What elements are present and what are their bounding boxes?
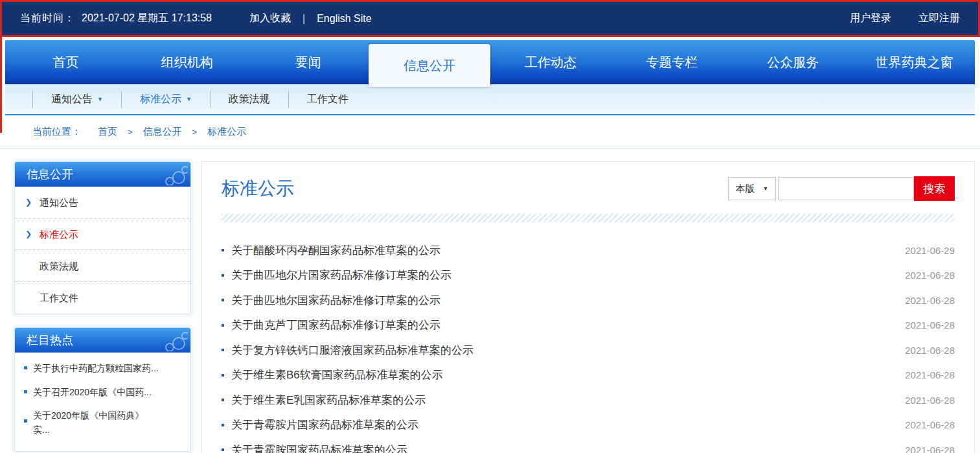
bullet-square-icon [222, 448, 224, 451]
sidebar-section-info-disclosure: 信息公开 ❯ 通知公告 ❯ 标准公示 政策法规 [14, 161, 191, 314]
search-bar: 本版 ▼ 搜索 [728, 176, 955, 201]
add-favorites-link[interactable]: 加入收藏 [249, 12, 291, 25]
list-item: 关于曲克芦丁国家药品标准修订草案的公示 2021-06-28 [222, 313, 955, 338]
announcement-date: 2021-06-28 [905, 395, 955, 406]
list-item: 关于曲匹地尔片国家药品标准修订草案的公示 2021-06-28 [222, 263, 955, 288]
nav-item-info-disclosure[interactable]: 信息公开 [369, 44, 490, 87]
subnav-item-work-documents[interactable]: 工作文件 [288, 91, 367, 108]
bullet-square-icon [222, 399, 224, 401]
arrow-right-icon: ❯ [25, 187, 32, 218]
chevron-down-icon: ▼ [186, 96, 192, 102]
main-nav: 首页 组织机构 要闻 信息公开 工作动态 专题专栏 公众服务 世界药典之窗 [5, 40, 975, 84]
hot-topic-item[interactable]: 关于召开2020年版《中国药... [24, 386, 181, 400]
top-utility-bar: 当前时间： 2021-07-02 星期五 17:13:58 加入收藏 | Eng… [0, 0, 980, 37]
content-area: 信息公开 ❯ 通知公告 ❯ 标准公示 政策法规 [0, 149, 980, 453]
breadcrumb-standards-publicity[interactable]: 标准公示 [207, 126, 246, 138]
sidebar-section-title-text: 栏目热点 [27, 334, 73, 347]
hatched-divider [222, 214, 955, 222]
list-item: 关于青霉胺国家药品标准草案的公示 2021-06-28 [222, 437, 955, 453]
announcement-link[interactable]: 关于青霉胺国家药品标准草案的公示 [231, 443, 892, 453]
announcement-link[interactable]: 关于曲匹地尔片国家药品标准修订草案的公示 [231, 268, 892, 283]
bullet-square-icon [222, 299, 224, 301]
sidebar-item-label: 工作文件 [40, 292, 78, 303]
search-input[interactable] [778, 177, 914, 200]
sidebar-section-title: 信息公开 [15, 162, 190, 187]
bullet-square-icon [222, 249, 224, 251]
list-item: 关于复方锌铁钙口服溶液国家药品标准草案的公示 2021-06-28 [222, 338, 955, 363]
bullet-square-icon [24, 419, 27, 423]
hot-topic-item[interactable]: 关于2020年版《中国药典》实... [24, 409, 181, 437]
hot-topic-text: 关于2020年版《中国药典》实... [33, 409, 157, 437]
subnav-label: 工作文件 [307, 93, 348, 106]
announcement-link[interactable]: 关于复方锌铁钙口服溶液国家药品标准草案的公示 [231, 343, 892, 358]
hot-topic-text: 关于执行中药配方颗粒国家药... [33, 362, 159, 376]
cloud-decoration-icon [150, 329, 188, 351]
arrow-right-icon: ❯ [25, 218, 32, 250]
main-panel: 标准公示 本版 ▼ 搜索 关于醋酸环丙孕酮国家药品标准草案的公示 2021-06… [201, 161, 975, 453]
subnav-label: 标准公示 [140, 93, 181, 106]
search-button[interactable]: 搜索 [914, 176, 955, 201]
announcement-date: 2021-06-29 [905, 245, 955, 256]
list-item: 关于醋酸环丙孕酮国家药品标准草案的公示 2021-06-29 [222, 238, 955, 263]
english-site-link[interactable]: English Site [317, 13, 372, 25]
sidebar-section-title: 栏目热点 [15, 328, 190, 353]
cloud-decoration-icon [150, 163, 188, 185]
sidebar: 信息公开 ❯ 通知公告 ❯ 标准公示 政策法规 [14, 161, 191, 453]
announcement-date: 2021-06-28 [905, 319, 955, 331]
list-item: 关于青霉胺片国家药品标准草案的公示 2021-06-28 [222, 413, 955, 438]
bullet-square-icon [222, 349, 224, 351]
bullet-square-icon [222, 324, 224, 327]
search-scope-value: 本版 [736, 183, 755, 195]
hot-topic-text: 关于召开2020年版《中国药... [33, 386, 152, 400]
subnav-item-standards-publicity[interactable]: 标准公示 ▼ [121, 91, 210, 108]
announcement-link[interactable]: 关于青霉胺片国家药品标准草案的公示 [231, 417, 892, 432]
breadcrumb-info-disclosure[interactable]: 信息公开 [143, 126, 182, 138]
announcement-link[interactable]: 关于曲匹地尔国家药品标准修订草案的公示 [231, 293, 892, 308]
announcement-date: 2021-06-28 [905, 445, 955, 453]
hot-topic-item[interactable]: 关于执行中药配方颗粒国家药... [24, 362, 181, 376]
breadcrumb-separator: > [192, 127, 198, 137]
subnav-item-policies[interactable]: 政策法规 [210, 91, 288, 108]
topbar-divider: | [302, 13, 305, 25]
user-login-link[interactable]: 用户登录 [850, 12, 891, 25]
current-time-value: 2021-07-02 星期五 17:13:58 [82, 12, 212, 25]
announcement-link[interactable]: 关于醋酸环丙孕酮国家药品标准草案的公示 [231, 243, 892, 258]
nav-item-world-pharmacopoeia[interactable]: 世界药典之窗 [854, 40, 975, 84]
nav-item-home[interactable]: 首页 [5, 40, 126, 84]
nav-item-organization[interactable]: 组织机构 [126, 40, 247, 84]
chevron-down-icon: ▼ [763, 185, 769, 192]
nav-item-work-updates[interactable]: 工作动态 [490, 40, 611, 84]
search-scope-select[interactable]: 本版 ▼ [728, 177, 776, 200]
breadcrumb-home[interactable]: 首页 [98, 126, 117, 138]
subnav-item-notices[interactable]: 通知公告 ▼ [32, 91, 121, 108]
sidebar-item-policies[interactable]: 政策法规 [15, 250, 190, 282]
announcement-date: 2021-06-28 [905, 270, 955, 281]
chevron-down-icon: ▼ [97, 96, 103, 102]
announcement-link[interactable]: 关于维生素B6软膏国家药品标准草案的公示 [231, 367, 892, 382]
sidebar-item-label: 通知公告 [40, 197, 78, 208]
page-title: 标准公示 [222, 176, 294, 201]
sidebar-item-notices[interactable]: ❯ 通知公告 [15, 187, 190, 218]
announcement-date: 2021-06-28 [905, 345, 955, 356]
announcement-link[interactable]: 关于维生素E乳国家药品标准草案的公示 [231, 393, 892, 408]
breadcrumb-separator: > [128, 127, 133, 137]
bullet-square-icon [24, 366, 27, 369]
sidebar-item-label: 标准公示 [40, 229, 78, 240]
nav-item-public-service[interactable]: 公众服务 [733, 40, 854, 84]
bullet-square-icon [24, 390, 27, 393]
current-time-label: 当前时间： [20, 12, 75, 25]
nav-item-news[interactable]: 要闻 [247, 40, 369, 84]
announcement-link[interactable]: 关于曲克芦丁国家药品标准修订草案的公示 [231, 318, 892, 332]
register-link[interactable]: 立即注册 [918, 12, 960, 25]
sidebar-section-title-text: 信息公开 [27, 168, 73, 181]
sidebar-item-work-documents[interactable]: 工作文件 [15, 282, 190, 314]
announcement-date: 2021-06-28 [905, 369, 955, 380]
nav-item-special-topics[interactable]: 专题专栏 [611, 40, 733, 84]
list-item: 关于维生素B6软膏国家药品标准草案的公示 2021-06-28 [222, 363, 955, 388]
sidebar-item-label: 政策法规 [40, 261, 78, 272]
list-item: 关于曲匹地尔国家药品标准修订草案的公示 2021-06-28 [222, 288, 955, 313]
subnav-label: 政策法规 [229, 93, 270, 106]
announcement-date: 2021-06-28 [905, 295, 955, 306]
announcement-date: 2021-06-28 [905, 419, 955, 430]
sidebar-item-standards-publicity[interactable]: ❯ 标准公示 [15, 218, 190, 250]
